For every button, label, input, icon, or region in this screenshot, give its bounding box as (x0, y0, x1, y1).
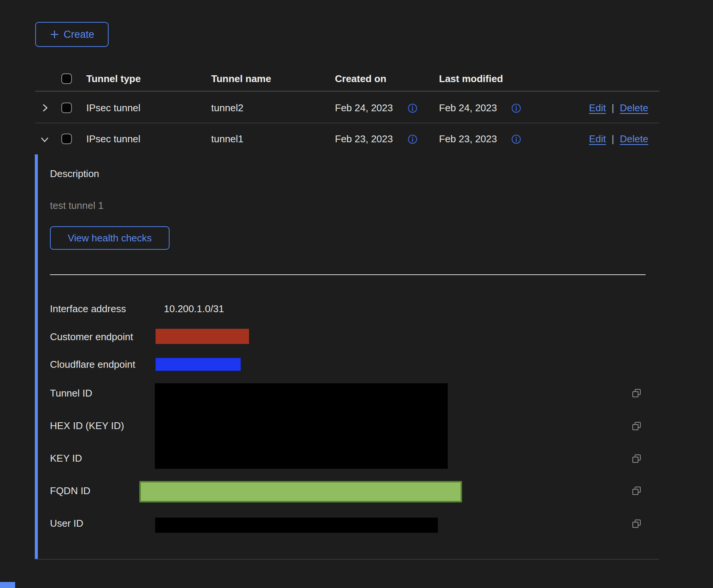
copy-icon[interactable] (631, 518, 642, 529)
expanded-row-accent-bar (35, 154, 38, 559)
key-id-label: KEY ID (50, 452, 82, 465)
table-bottom-divider (35, 559, 659, 560)
tunnel-type-cell: IPsec tunnel (86, 102, 140, 114)
info-icon[interactable] (511, 134, 521, 144)
fqdn-id-label: FQDN ID (50, 485, 90, 497)
detail-divider (50, 274, 646, 275)
select-all-checkbox[interactable] (61, 73, 72, 84)
create-button-label: Create (64, 29, 94, 40)
delete-link[interactable]: Delete (620, 102, 648, 114)
description-label: Description (50, 168, 99, 180)
interface-address-label: Interface address (50, 303, 126, 315)
column-header-last-modified: Last modified (439, 73, 503, 85)
created-on-cell: Feb 24, 2023 (335, 102, 393, 114)
info-icon[interactable] (408, 103, 417, 113)
create-button[interactable]: Create (35, 22, 109, 47)
fqdn-id-redacted-value (139, 481, 462, 502)
row-actions: Edit | Delete (589, 102, 648, 114)
edit-link[interactable]: Edit (589, 133, 606, 145)
tunnel-type-cell: IPsec tunnel (86, 133, 140, 145)
ipsec-tunnels-page: Create Tunnel type Tunnel name Created o… (0, 0, 713, 588)
bottom-corner-widget-fragment[interactable] (0, 582, 15, 588)
created-on-cell: Feb 23, 2023 (335, 133, 393, 145)
info-icon[interactable] (408, 134, 417, 144)
column-header-created-on: Created on (335, 73, 386, 85)
hex-id-label: HEX ID (KEY ID) (50, 420, 124, 432)
cloudflare-endpoint-redacted-value (156, 358, 241, 371)
tunnel-name-cell: tunnel1 (211, 133, 243, 145)
row-checkbox[interactable] (61, 134, 72, 144)
user-id-label: User ID (50, 517, 83, 530)
row-divider (35, 123, 659, 123)
delete-link[interactable]: Delete (620, 133, 648, 145)
row-actions: Edit | Delete (589, 133, 648, 145)
view-health-checks-label: View health checks (68, 232, 152, 244)
edit-link[interactable]: Edit (589, 102, 606, 114)
tunnel-id-label: Tunnel ID (50, 387, 92, 400)
ids-redacted-value (155, 383, 448, 469)
cloudflare-endpoint-label: Cloudflare endpoint (50, 358, 135, 371)
description-value: test tunnel 1 (50, 199, 104, 212)
column-header-tunnel-name: Tunnel name (211, 73, 271, 85)
copy-icon[interactable] (631, 421, 642, 431)
tunnel-name-cell: tunnel2 (211, 102, 243, 114)
chevron-right-icon[interactable] (40, 103, 50, 113)
copy-icon[interactable] (631, 453, 642, 464)
interface-address-value: 10.200.1.0/31 (164, 303, 224, 315)
action-separator: | (612, 133, 614, 145)
user-id-redacted-value (155, 518, 438, 533)
last-modified-cell: Feb 24, 2023 (439, 102, 497, 114)
info-icon[interactable] (511, 103, 521, 113)
customer-endpoint-label: Customer endpoint (50, 331, 133, 343)
view-health-checks-button[interactable]: View health checks (50, 226, 170, 250)
copy-icon[interactable] (631, 388, 642, 398)
header-divider (35, 91, 659, 92)
last-modified-cell: Feb 23, 2023 (439, 133, 497, 145)
row-checkbox[interactable] (61, 103, 72, 113)
chevron-down-icon[interactable] (39, 134, 50, 145)
column-header-tunnel-type: Tunnel type (86, 73, 141, 85)
copy-icon[interactable] (631, 485, 642, 496)
customer-endpoint-redacted-value (156, 329, 249, 344)
action-separator: | (612, 102, 614, 114)
plus-icon (50, 30, 59, 39)
